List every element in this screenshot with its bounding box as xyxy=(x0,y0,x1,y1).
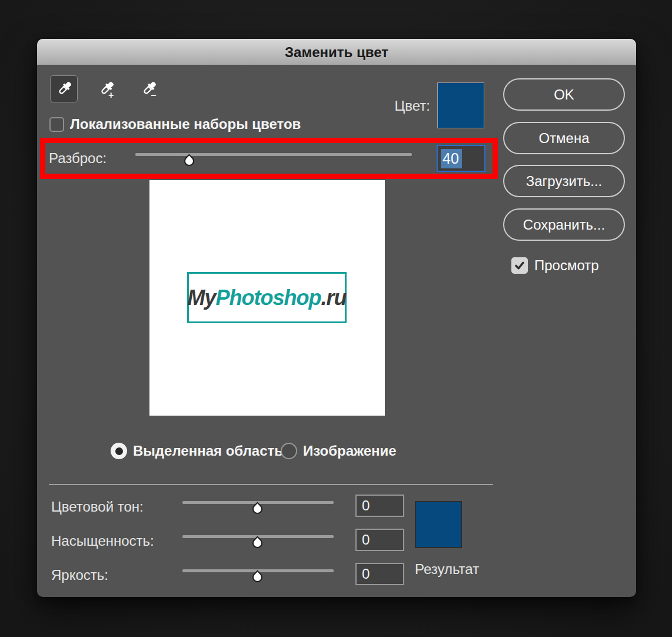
eyedropper-tool-button[interactable] xyxy=(50,75,78,102)
save-button[interactable]: Сохранить... xyxy=(503,208,625,241)
ok-button[interactable]: OK xyxy=(503,78,625,111)
lightness-value: 0 xyxy=(362,566,370,582)
fuzziness-label: Разброс: xyxy=(49,150,107,167)
radio-image[interactable] xyxy=(281,443,297,459)
logo-part1: My xyxy=(188,286,216,310)
saturation-slider-thumb[interactable] xyxy=(250,536,264,550)
logo-part3: .ru xyxy=(321,286,346,310)
lightness-slider-thumb[interactable] xyxy=(250,570,264,584)
saturation-value: 0 xyxy=(362,532,370,548)
hue-value: 0 xyxy=(362,497,370,514)
color-label: Цвет: xyxy=(395,98,430,114)
radio-image-label: Изображение xyxy=(303,443,397,459)
dialog-titlebar[interactable]: Заменить цвет xyxy=(37,39,636,65)
lightness-label: Яркость: xyxy=(51,567,108,583)
saturation-value-field[interactable]: 0 xyxy=(355,529,404,551)
image-preview[interactable]: MyPhotoshop.ru xyxy=(149,180,385,416)
red-highlight-annotation xyxy=(40,138,498,179)
hue-value-field[interactable]: 0 xyxy=(355,495,404,517)
cancel-button[interactable]: Отмена xyxy=(503,122,625,154)
eyedropper-icon xyxy=(54,78,75,99)
localized-clusters-label: Локализованные наборы цветов xyxy=(70,116,301,132)
fuzziness-value: 40 xyxy=(441,149,462,168)
radio-selection-label: Выделенная область xyxy=(133,443,283,459)
selected-color-swatch[interactable] xyxy=(437,82,484,128)
result-color-swatch xyxy=(415,501,462,548)
hue-label: Цветовой тон: xyxy=(51,499,144,515)
minus-badge: − xyxy=(151,91,156,100)
myphotoshop-logo: MyPhotoshop.ru xyxy=(187,272,347,323)
radio-selection[interactable] xyxy=(111,443,127,459)
checkmark-icon xyxy=(513,258,527,273)
preview-checkbox-label: Просмотр xyxy=(534,257,599,274)
plus-badge: + xyxy=(108,91,114,100)
fuzziness-slider-thumb[interactable] xyxy=(182,154,196,168)
logo-part2: Photoshop xyxy=(216,286,321,310)
eyedropper-add-tool-button[interactable]: + xyxy=(92,75,120,102)
load-button-label: Загрузить... xyxy=(526,173,603,190)
dialog-title: Заменить цвет xyxy=(285,44,388,61)
preview-checkbox[interactable] xyxy=(511,257,528,274)
save-button-label: Сохранить... xyxy=(523,217,605,233)
saturation-label: Насыщенность: xyxy=(51,533,154,549)
eyedropper-subtract-tool-button[interactable]: − xyxy=(135,75,162,102)
radio-dot xyxy=(115,447,123,455)
ok-button-label: OK xyxy=(554,87,574,103)
fuzziness-slider-track[interactable] xyxy=(135,153,412,156)
hue-slider-thumb[interactable] xyxy=(250,502,264,516)
result-label: Результат xyxy=(415,561,479,578)
section-divider xyxy=(49,484,493,485)
load-button[interactable]: Загрузить... xyxy=(503,165,625,197)
fuzziness-value-field[interactable]: 40 xyxy=(437,145,485,172)
lightness-value-field[interactable]: 0 xyxy=(355,563,404,585)
cancel-button-label: Отмена xyxy=(538,130,589,147)
localized-clusters-checkbox[interactable] xyxy=(49,117,64,132)
replace-color-dialog: Заменить цвет + − xyxy=(37,39,636,597)
